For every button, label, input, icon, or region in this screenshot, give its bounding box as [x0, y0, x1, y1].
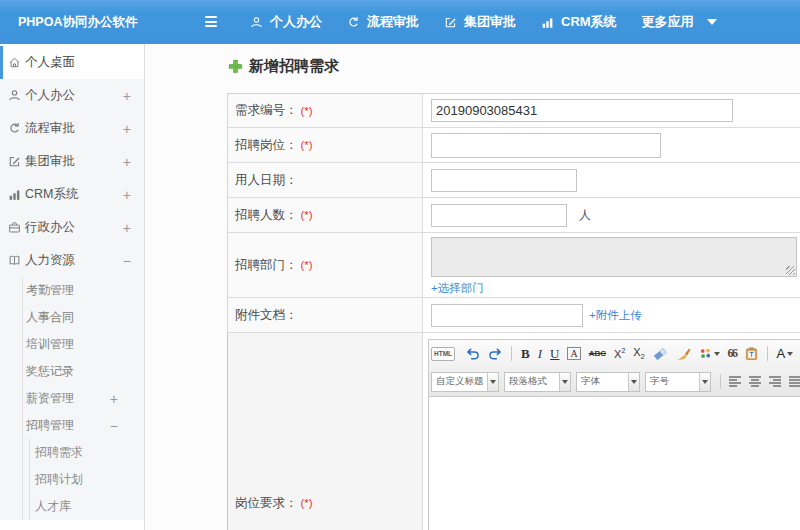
font-size-dropdown[interactable]: 字号 [645, 372, 711, 392]
expand-toggle[interactable]: − [110, 418, 118, 434]
font-family-dropdown[interactable]: 字体 [576, 372, 640, 392]
nav-label: 个人办公 [270, 13, 322, 31]
demand-no-input[interactable] [431, 99, 733, 122]
dropdown-value: 段落格式 [505, 375, 559, 388]
expand-toggle[interactable]: + [123, 154, 131, 170]
sidebar-item-label: 行政办公 [25, 219, 75, 236]
department-textarea[interactable] [431, 237, 797, 277]
nav-item-2[interactable]: 流程审批 [347, 13, 419, 31]
eraser-icon[interactable] [653, 347, 668, 360]
edit-icon [444, 16, 457, 29]
sidebar-item-label: 招聘管理 [26, 417, 74, 434]
edit-icon [8, 155, 21, 168]
bold-icon[interactable]: B [521, 346, 530, 362]
align-right-icon[interactable] [769, 376, 782, 388]
position-input[interactable] [431, 133, 661, 158]
field-cell: +选择部门 [423, 233, 800, 297]
sidebar-item[interactable]: 集团审批+ [0, 145, 144, 178]
form-row-position: 招聘岗位：(*) [228, 128, 800, 163]
field-cell: 人 [423, 198, 800, 232]
blockquote-icon[interactable]: 66 [728, 346, 737, 361]
sidebar-item[interactable]: 奖惩记录 [0, 358, 144, 385]
home-icon [8, 56, 21, 69]
expand-toggle[interactable]: + [110, 391, 118, 407]
expand-toggle[interactable]: + [123, 88, 131, 104]
align-center-icon[interactable] [749, 376, 762, 388]
page-title: 新增招聘需求 [228, 57, 339, 76]
subscript-icon[interactable]: X2 [633, 346, 644, 360]
count-input[interactable] [431, 204, 567, 227]
nav-item-1[interactable]: 个人办公 [250, 13, 322, 31]
unit-label: 人 [579, 207, 591, 224]
main-content: 新增招聘需求 需求编号：(*) 招聘岗位：(*) 用人日期： 招聘人数：(*) … [146, 44, 800, 530]
editor-content[interactable] [429, 397, 800, 530]
expand-toggle[interactable]: + [123, 220, 131, 236]
strikethrough-icon[interactable]: ABC [589, 349, 606, 358]
sidebar-item[interactable]: 招聘管理− [0, 412, 144, 439]
field-label: 需求编号：(*) [228, 94, 423, 127]
menu-toggle-icon[interactable] [205, 16, 217, 30]
sidebar-item[interactable]: 培训管理 [0, 331, 144, 358]
dropdown-caret[interactable] [487, 373, 498, 391]
align-justify-icon[interactable] [789, 376, 800, 388]
sidebar-menu: 个人桌面个人办公+流程审批+集团审批+CRM系统+行政办公+人力资源−考勤管理人… [0, 46, 144, 520]
html-source-button[interactable]: HTML [431, 347, 455, 361]
rich-text-editor: HTMLBIUAABCX2X266TAa 自定义标题段落格式字体字号 [428, 339, 800, 530]
paste-icon[interactable]: T [745, 346, 758, 361]
sidebar-item[interactable]: 个人办公+ [0, 79, 144, 112]
dropdown-caret[interactable] [628, 373, 639, 391]
sidebar-item[interactable]: 人力资源− [0, 244, 144, 277]
user-icon [250, 16, 263, 29]
expand-toggle[interactable]: + [123, 187, 131, 203]
sidebar-item[interactable]: 行政办公+ [0, 211, 144, 244]
process-icon [347, 16, 360, 29]
chart-icon [8, 188, 21, 201]
field-label: 招聘人数：(*) [228, 198, 423, 232]
dropdown-caret[interactable] [559, 373, 570, 391]
expand-toggle[interactable]: + [123, 121, 131, 137]
nav-item-5[interactable]: 更多应用 [642, 13, 717, 31]
nav-item-3[interactable]: 集团审批 [444, 13, 516, 31]
toolbar-separator [720, 374, 721, 389]
sidebar-item[interactable]: 招聘需求 [0, 439, 144, 466]
sidebar-item[interactable]: 人事合同 [0, 304, 144, 331]
paragraph-format-dropdown[interactable]: 段落格式 [504, 372, 571, 392]
sidebar-item-label: 人才库 [35, 498, 71, 515]
field-cell [423, 163, 800, 197]
sidebar-item[interactable]: 薪资管理+ [0, 385, 144, 412]
date-input[interactable] [431, 169, 577, 192]
sidebar-item[interactable]: 人才库 [0, 493, 144, 520]
recruit-demand-form: 需求编号：(*) 招聘岗位：(*) 用人日期： 招聘人数：(*) 人 招聘部门：… [227, 93, 800, 530]
redo-icon[interactable] [488, 347, 502, 360]
sidebar-item[interactable]: 招聘计划 [0, 466, 144, 493]
align-left-icon[interactable] [729, 376, 742, 388]
caret-down-icon [707, 19, 717, 25]
superscript-icon[interactable]: X2 [614, 347, 625, 360]
form-row-count: 招聘人数：(*) 人 [228, 198, 800, 233]
heading-style-dropdown[interactable]: 自定义标题 [431, 372, 499, 392]
sidebar-item[interactable]: 个人桌面 [0, 46, 144, 79]
format-brush-icon[interactable] [676, 347, 691, 361]
expand-toggle[interactable]: − [123, 253, 131, 269]
select-department-link[interactable]: +选择部门 [431, 281, 484, 296]
color-palette-icon[interactable] [699, 347, 720, 360]
dropdown-caret[interactable] [699, 373, 710, 391]
chart-icon [541, 16, 554, 29]
sidebar-item[interactable]: 流程审批+ [0, 112, 144, 145]
font-border-icon[interactable]: A [567, 347, 580, 360]
form-row-date: 用人日期： [228, 163, 800, 198]
underline-icon[interactable]: U [550, 346, 559, 362]
nav-item-4[interactable]: CRM系统 [541, 13, 617, 31]
font-color-icon[interactable]: A [777, 346, 794, 361]
editor-toolbar: HTMLBIUAABCX2X266TAa 自定义标题段落格式字体字号 [429, 340, 800, 397]
toolbar-separator [511, 346, 512, 361]
italic-icon[interactable]: I [538, 346, 542, 362]
sidebar-item[interactable]: CRM系统+ [0, 178, 144, 211]
undo-icon[interactable] [466, 347, 480, 360]
briefcase-icon [8, 221, 21, 234]
book-icon [8, 254, 21, 267]
sidebar-item[interactable]: 考勤管理 [0, 277, 144, 304]
attachment-input[interactable] [431, 304, 583, 327]
attachment-upload-link[interactable]: +附件上传 [589, 308, 642, 323]
required-mark: (*) [301, 139, 313, 151]
